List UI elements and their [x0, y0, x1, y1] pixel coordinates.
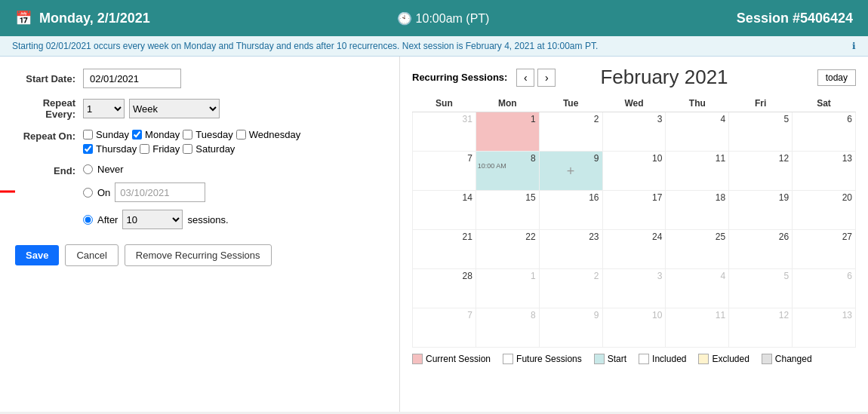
saturday-checkbox[interactable]	[183, 144, 192, 154]
sunday-checkbox[interactable]	[83, 130, 93, 140]
friday-checkbox[interactable]	[140, 144, 149, 154]
end-after-radio[interactable]	[83, 215, 93, 225]
calendar-cell[interactable]: 2	[539, 269, 602, 308]
calendar-cell[interactable]: 22	[476, 230, 539, 269]
start-date-input[interactable]	[83, 69, 181, 88]
cancel-button[interactable]: Cancel	[65, 244, 118, 266]
calendar-cell[interactable]: 24	[602, 230, 666, 269]
days-row-2: Thursday Friday Saturday	[83, 143, 300, 155]
calendar-cell[interactable]: 3	[602, 269, 666, 308]
tuesday-label: Tuesday	[195, 129, 232, 140]
legend-current-session-label: Current Session	[426, 354, 491, 364]
calendar-grid: Sun Mon Tue Wed Thu Fri Sat 311234567810…	[412, 95, 856, 348]
today-button[interactable]: today	[817, 69, 856, 86]
end-never-radio[interactable]	[83, 164, 93, 174]
calendar-cell[interactable]: 4	[666, 269, 729, 308]
calendar-cell[interactable]: 1	[476, 112, 539, 152]
repeat-on-label: Repeat On:	[15, 129, 83, 142]
calendar-cell[interactable]: 23	[539, 230, 602, 269]
saturday-label: Saturday	[195, 143, 235, 155]
calendar-cell[interactable]: 3	[602, 112, 666, 152]
days-row-1: Sunday Monday Tuesday Wednesday	[83, 129, 300, 140]
tuesday-checkbox[interactable]	[183, 130, 192, 140]
calendar-cell[interactable]: 12	[729, 152, 793, 191]
legend-excluded-label: Excluded	[712, 354, 749, 364]
calendar-cell[interactable]: 11	[666, 308, 729, 348]
wednesday-label: Wednesday	[249, 129, 300, 140]
calendar-cell[interactable]: 7	[413, 308, 476, 348]
calendar-cell[interactable]: 18	[666, 191, 729, 230]
calendar-cell[interactable]: 25	[666, 230, 729, 269]
header: 📅 Monday, 2/1/2021 🕙 10:00am (PT) Sessio…	[0, 0, 868, 36]
table-row: 28123456	[413, 269, 856, 308]
end-on-input[interactable]	[115, 182, 205, 202]
calendar-cell[interactable]: 15	[476, 191, 539, 230]
repeat-every-unit-select[interactable]: WeekDayMonth	[129, 99, 220, 118]
end-never-label: Never	[97, 164, 124, 175]
calendar-cell[interactable]: 5	[729, 269, 793, 308]
clock-icon: 🕙	[397, 12, 412, 25]
calendar-cell[interactable]: 8	[476, 308, 539, 348]
legend-pink-box	[412, 354, 423, 364]
calendar-body: 311234567810:00 AM9+10111213141516171819…	[413, 112, 856, 348]
calendar-cell[interactable]: 9+	[539, 152, 602, 191]
info-icon[interactable]: ℹ	[852, 41, 856, 51]
col-wed: Wed	[602, 95, 666, 112]
event-label: 10:00 AM	[478, 162, 506, 170]
calendar-cell[interactable]: 7	[413, 152, 476, 191]
legend-start-label: Start	[608, 354, 626, 364]
calendar-cell[interactable]: 13	[793, 152, 856, 191]
calendar-cell[interactable]: 13	[793, 308, 856, 348]
header-date-section: 📅 Monday, 2/1/2021	[15, 10, 150, 26]
calendar-cell[interactable]: 2	[539, 112, 602, 152]
calendar-cell[interactable]: 1	[476, 269, 539, 308]
table-row: 78910111213	[413, 308, 856, 348]
legend-included-label: Included	[652, 354, 686, 364]
calendar-cell[interactable]: 10	[602, 308, 666, 348]
days-checkboxes: Sunday Monday Tuesday Wednesday Thursday…	[83, 129, 300, 155]
calendar-cell[interactable]: 26	[729, 230, 793, 269]
col-thu: Thu	[666, 95, 729, 112]
repeat-every-label: Repeat Every:	[15, 97, 83, 120]
end-after-select[interactable]: 1051520	[122, 210, 183, 229]
calendar-cell[interactable]: 11	[666, 152, 729, 191]
header-time: 10:00am	[416, 12, 463, 25]
calendar-cell[interactable]: 31	[413, 112, 476, 152]
end-on-option: On	[83, 182, 229, 202]
monday-checkbox[interactable]	[132, 130, 142, 140]
calendar-cell[interactable]: 810:00 AM	[476, 152, 539, 191]
end-on-radio[interactable]	[83, 188, 93, 198]
calendar-cell[interactable]: 5	[729, 112, 793, 152]
thursday-checkbox[interactable]	[83, 144, 93, 154]
calendar-cell[interactable]: 4	[666, 112, 729, 152]
info-bar: Starting 02/01/2021 occurs every week on…	[0, 36, 868, 57]
legend-included-box	[639, 354, 649, 364]
legend-excluded: Excluded	[698, 354, 749, 364]
end-never-option: Never	[83, 164, 229, 175]
calendar-cell[interactable]: 10	[602, 152, 666, 191]
calendar-cell[interactable]: 28	[413, 269, 476, 308]
calendar-prev-button[interactable]: ‹	[516, 69, 534, 87]
col-mon: Mon	[476, 95, 539, 112]
calendar-cell[interactable]: 21	[413, 230, 476, 269]
wednesday-checkbox[interactable]	[236, 130, 246, 140]
calendar-cell[interactable]: 16	[539, 191, 602, 230]
remove-recurring-button[interactable]: Remove Recurring Sessions	[125, 244, 272, 266]
save-button[interactable]: Save	[15, 245, 59, 265]
left-panel: Start Date: Repeat Every: 123 WeekDayMon…	[0, 57, 400, 412]
calendar-cell[interactable]: 6	[793, 269, 856, 308]
calendar-cell[interactable]: 14	[413, 191, 476, 230]
legend-white-box	[503, 354, 513, 364]
calendar-cell[interactable]: 19	[729, 191, 793, 230]
header-timezone: (PT)	[466, 12, 489, 25]
calendar-cell[interactable]: 9	[539, 308, 602, 348]
calendar-next-button[interactable]: ›	[537, 69, 556, 87]
repeat-every-num-select[interactable]: 123	[83, 99, 125, 118]
right-panel: Recurring Sessions: ‹ › February 2021 to…	[400, 57, 868, 412]
calendar-cell[interactable]: 20	[793, 191, 856, 230]
calendar-cell[interactable]: 6	[793, 112, 856, 152]
legend-changed-box	[762, 354, 772, 364]
calendar-cell[interactable]: 17	[602, 191, 666, 230]
calendar-cell[interactable]: 12	[729, 308, 793, 348]
calendar-cell[interactable]: 27	[793, 230, 856, 269]
